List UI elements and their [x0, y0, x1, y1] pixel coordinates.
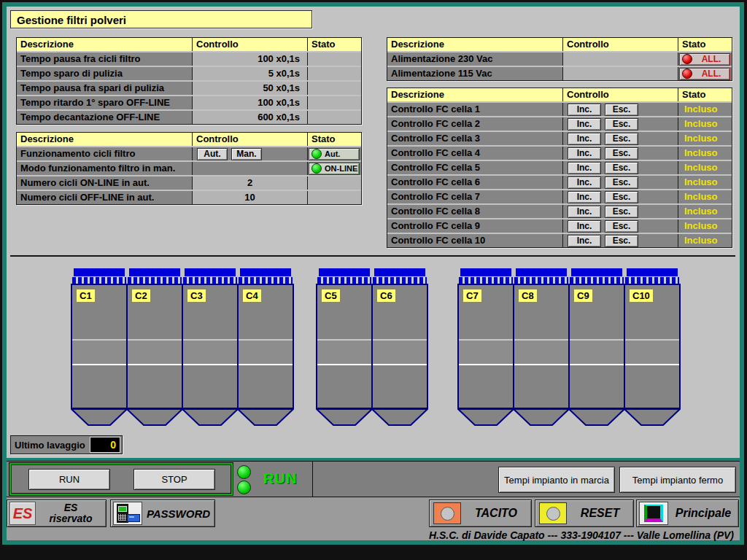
silo-hopper: [624, 408, 681, 426]
silo-cell: C7: [457, 268, 514, 426]
silo-band: [128, 339, 182, 365]
silo-band: [514, 339, 568, 365]
row-description: Controllo FC cella 6: [387, 176, 562, 189]
funzionamento-table: DescrizioneControlloStatoFunzionamento c…: [16, 132, 362, 205]
table-row: Controllo FC cella 4Inc.Esc.Incluso: [387, 147, 732, 160]
table-row: Tempo decantazione OFF-LINE600 x0,1s: [17, 111, 361, 124]
control-cell: Inc.Esc.: [562, 205, 678, 218]
keypad-icon: [113, 502, 142, 525]
inc-button[interactable]: Inc.: [568, 235, 601, 247]
value-field[interactable]: 100 x0,1s: [192, 96, 307, 109]
silo-teeth: [72, 277, 126, 284]
status-incluso: Incluso: [678, 190, 732, 203]
control-cell: Inc.Esc.: [562, 219, 678, 233]
esc-button[interactable]: Esc.: [605, 176, 638, 189]
row-description: Controllo FC cella 2: [387, 117, 562, 131]
esc-button[interactable]: Esc.: [605, 206, 638, 218]
value-field[interactable]: 50 x0,1s: [192, 82, 307, 95]
esc-button[interactable]: Esc.: [605, 118, 638, 131]
value-field[interactable]: 5 x0,1s: [192, 67, 307, 80]
tempi-impianto-fermo-button[interactable]: Tempi impianto fermo: [619, 467, 736, 493]
silo-hopper: [513, 408, 570, 426]
table-row: Controllo FC cella 1Inc.Esc.Incluso: [387, 103, 732, 116]
esc-button[interactable]: Esc.: [605, 162, 638, 174]
inc-button[interactable]: Inc.: [568, 133, 601, 145]
inc-button[interactable]: Inc.: [568, 162, 601, 174]
tempi-impianto-marcia-button[interactable]: Tempi impianto in marcia: [498, 467, 615, 493]
status-cell: [307, 176, 361, 190]
silo-cap: [374, 268, 425, 276]
table-row: Tempo pausa fra cicli filtro100 x0,1s: [17, 52, 361, 66]
esc-button[interactable]: Esc.: [605, 147, 638, 160]
control-cell: Inc.Esc.: [562, 103, 678, 116]
inc-button[interactable]: Inc.: [568, 104, 601, 116]
es-riservato-button[interactable]: ES ES riservato: [7, 499, 107, 527]
password-button[interactable]: PASSWORD: [110, 499, 215, 527]
silo-teeth: [459, 277, 513, 284]
table-row: Tempo pausa fra spari di pulizia50 x0,1s: [17, 82, 361, 95]
value-field[interactable]: 100 x0,1s: [192, 52, 307, 66]
reset-button[interactable]: RESET: [535, 499, 634, 527]
silo-body: C8: [513, 284, 570, 409]
status-label: Aut.: [325, 147, 340, 160]
silo-label: C1: [76, 289, 96, 303]
run-button[interactable]: RUN: [28, 469, 110, 490]
aut-button[interactable]: Aut.: [197, 148, 228, 160]
silo-cap: [571, 268, 622, 276]
value-field[interactable]: 600 x0,1s: [192, 111, 307, 124]
table-row: Numero cicli ON-LINE in aut.2: [17, 176, 361, 190]
esc-button[interactable]: Esc.: [605, 191, 638, 203]
silo-teeth: [570, 277, 624, 284]
table-header-row: DescrizioneControlloStato: [387, 88, 732, 101]
silo-teeth: [239, 277, 293, 284]
table-row: Funzionamento cicli filtroAut.Man.Aut.: [17, 147, 361, 160]
inc-button[interactable]: Inc.: [568, 176, 601, 189]
value-field[interactable]: 2: [192, 176, 307, 190]
inc-button[interactable]: Inc.: [568, 118, 601, 131]
status-incluso: Incluso: [678, 234, 732, 247]
inc-button[interactable]: Inc.: [568, 220, 601, 233]
silo-hopper: [237, 408, 294, 426]
stop-button[interactable]: STOP: [133, 469, 215, 490]
esc-button[interactable]: Esc.: [605, 104, 638, 116]
esc-button[interactable]: Esc.: [605, 235, 638, 247]
inc-button[interactable]: Inc.: [568, 191, 601, 203]
status-incluso: Incluso: [678, 132, 732, 145]
hmi-screen: Gestione filtri polveri DescrizioneContr…: [2, 2, 744, 545]
silo-teeth: [373, 277, 427, 284]
man-button[interactable]: Man.: [231, 148, 262, 160]
es-line1: ES: [64, 502, 78, 513]
silo-label: C7: [462, 289, 482, 303]
esc-button[interactable]: Esc.: [605, 220, 638, 233]
table-row: Tempo ritardo 1° sparo OFF-LINE100 x0,1s: [17, 96, 361, 109]
ultimo-lavaggio-value: 0: [90, 438, 120, 452]
esc-button[interactable]: Esc.: [605, 133, 638, 145]
principale-button[interactable]: Principale: [636, 499, 739, 527]
status-incluso: Incluso: [678, 103, 732, 116]
control-cell: [192, 162, 307, 175]
status-cell: ALL.: [678, 52, 732, 66]
footer-text: H.S.C. di Davide Capato --- 333-1904107 …: [429, 529, 734, 541]
tacito-button[interactable]: TACITO: [429, 499, 532, 527]
inc-button[interactable]: Inc.: [568, 147, 601, 160]
silo-label: C8: [518, 289, 538, 303]
control-cell: Inc.Esc.: [562, 117, 678, 131]
control-cell: Inc.Esc.: [562, 161, 678, 174]
status-indicator: ON-LINE: [309, 163, 360, 175]
silo-band: [72, 339, 126, 365]
silo-body: C6: [371, 284, 428, 409]
row-description: Tempo pausa fra cicli filtro: [17, 52, 192, 66]
row-description: Controllo FC cella 10: [387, 234, 562, 247]
control-cell: [562, 52, 678, 66]
row-description: Numero cicli ON-LINE in aut.: [17, 176, 192, 190]
row-description: Alimentazione 115 Vac: [387, 67, 562, 80]
value-field[interactable]: 10: [192, 191, 307, 204]
silo-label: C9: [573, 289, 593, 303]
row-description: Tempo sparo di pulizia: [17, 67, 192, 80]
silo-cell: C1: [71, 268, 128, 426]
silo-teeth: [183, 277, 237, 284]
silo-band: [625, 339, 679, 365]
silo-label: C4: [242, 289, 262, 303]
monitor-icon: [639, 502, 668, 525]
inc-button[interactable]: Inc.: [568, 206, 601, 218]
